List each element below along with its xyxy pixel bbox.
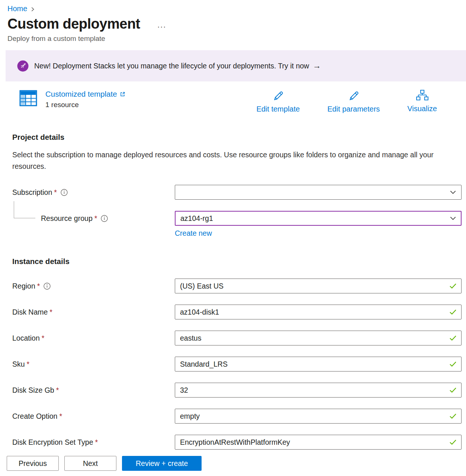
breadcrumb-home-link[interactable]: Home bbox=[7, 4, 27, 13]
checkmark-icon bbox=[449, 361, 457, 367]
field-row-disk-encryption-set-type: Disk Encryption Set Type * bbox=[12, 435, 462, 450]
review-create-button[interactable]: Review + create bbox=[122, 456, 202, 471]
template-grid-icon bbox=[19, 90, 37, 107]
disk-size-gb-input[interactable] bbox=[175, 383, 462, 398]
project-details-description: Select the subscription to manage deploy… bbox=[12, 149, 440, 172]
disk-name-label-group: Disk Name * bbox=[12, 308, 175, 316]
arrow-right-icon[interactable]: → bbox=[313, 61, 321, 71]
required-asterisk: * bbox=[59, 412, 62, 421]
more-menu-button[interactable]: ··· bbox=[157, 22, 166, 31]
project-details-heading: Project details bbox=[12, 133, 466, 142]
subscription-combobox bbox=[175, 185, 462, 200]
required-asterisk: * bbox=[54, 188, 57, 197]
region-field bbox=[175, 279, 462, 293]
next-button[interactable]: Next bbox=[64, 456, 116, 471]
page-subtitle: Deploy from a custom template bbox=[7, 35, 466, 43]
custom-deployment-page: Home Custom deployment ··· Deploy from a… bbox=[0, 0, 466, 476]
info-icon[interactable] bbox=[61, 189, 68, 196]
subscription-select[interactable] bbox=[175, 185, 462, 200]
edit-template-label: Edit template bbox=[256, 105, 300, 113]
deployment-stacks-banner[interactable]: New! Deployment Stacks let you manage th… bbox=[6, 50, 466, 81]
create-new-link[interactable]: Create new bbox=[175, 229, 212, 237]
disk-name-input[interactable] bbox=[175, 305, 462, 319]
disk-size-gb-field bbox=[175, 383, 462, 398]
info-icon[interactable] bbox=[44, 283, 51, 290]
disk-name-label: Disk Name bbox=[12, 308, 48, 316]
sku-input[interactable] bbox=[175, 357, 462, 372]
location-field bbox=[175, 331, 462, 345]
edit-template-button[interactable]: Edit template bbox=[256, 90, 300, 113]
region-label: Region bbox=[12, 282, 35, 290]
resource-group-label: Resource group bbox=[41, 214, 93, 223]
template-info: Customized template 1 resource bbox=[45, 90, 125, 109]
page-title: Custom deployment bbox=[7, 16, 140, 32]
resource-group-select[interactable] bbox=[175, 211, 462, 226]
breadcrumb: Home bbox=[0, 0, 466, 13]
required-asterisk: * bbox=[42, 334, 45, 342]
pencil-icon bbox=[272, 90, 285, 102]
template-name: Customized template bbox=[45, 90, 117, 99]
checkmark-icon bbox=[449, 413, 457, 419]
edit-parameters-button[interactable]: Edit parameters bbox=[327, 90, 380, 113]
customized-template-link[interactable]: Customized template bbox=[45, 90, 125, 99]
checkmark-icon bbox=[449, 439, 457, 445]
region-label-group: Region * bbox=[12, 282, 175, 290]
subscription-label-group: Subscription * bbox=[12, 188, 175, 197]
disk-size-gb-label: Disk Size Gb bbox=[12, 386, 54, 395]
template-summary: Customized template 1 resource Edit temp… bbox=[0, 81, 466, 113]
required-asterisk: * bbox=[94, 214, 97, 223]
create-option-input[interactable] bbox=[175, 409, 462, 424]
visualize-button[interactable]: Visualize bbox=[407, 90, 437, 113]
sku-field bbox=[175, 357, 462, 372]
info-icon[interactable] bbox=[101, 215, 108, 222]
chevron-down-icon[interactable] bbox=[449, 189, 457, 196]
disk-size-gb-label-group: Disk Size Gb * bbox=[12, 386, 175, 395]
instance-details-heading: Instance details bbox=[12, 257, 466, 266]
checkmark-icon bbox=[449, 283, 457, 289]
create-new-row: Create new bbox=[175, 229, 466, 238]
subscription-label: Subscription bbox=[12, 188, 52, 197]
field-row-create-option: Create Option * bbox=[12, 409, 462, 424]
location-input[interactable] bbox=[175, 331, 462, 345]
sitemap-icon bbox=[415, 90, 429, 102]
visualize-label: Visualize bbox=[407, 104, 437, 113]
field-row-subscription: Subscription * bbox=[12, 185, 462, 200]
disk-encryption-set-type-label: Disk Encryption Set Type bbox=[12, 438, 93, 447]
field-row-location: Location * bbox=[12, 331, 462, 345]
field-row-region: Region * bbox=[12, 279, 462, 293]
title-row: Custom deployment ··· bbox=[7, 16, 466, 32]
required-asterisk: * bbox=[49, 308, 52, 316]
disk-encryption-set-type-field bbox=[175, 435, 462, 450]
region-input[interactable] bbox=[175, 279, 462, 293]
resource-group-label-group: Resource group * bbox=[12, 214, 175, 223]
checkmark-icon bbox=[449, 309, 457, 315]
create-option-label: Create Option bbox=[12, 412, 57, 421]
field-row-sku: Sku * bbox=[12, 357, 462, 372]
disk-encryption-set-type-label-group: Disk Encryption Set Type * bbox=[12, 438, 175, 447]
rocket-icon bbox=[17, 60, 29, 72]
field-row-resource-group: Resource group * bbox=[12, 211, 462, 226]
sku-label: Sku bbox=[12, 360, 25, 369]
field-connector-line bbox=[14, 201, 35, 218]
chevron-down-icon[interactable] bbox=[449, 215, 457, 222]
field-row-disk-name: Disk Name * bbox=[12, 305, 462, 319]
previous-button[interactable]: Previous bbox=[7, 456, 59, 471]
required-asterisk: * bbox=[56, 386, 59, 395]
required-asterisk: * bbox=[27, 360, 30, 369]
checkmark-icon bbox=[449, 335, 457, 341]
chevron-right-icon bbox=[30, 7, 35, 12]
location-label: Location bbox=[12, 334, 40, 342]
sku-label-group: Sku * bbox=[12, 360, 175, 369]
disk-encryption-set-type-input[interactable] bbox=[175, 435, 462, 450]
required-asterisk: * bbox=[95, 438, 98, 447]
external-link-icon bbox=[120, 91, 125, 97]
disk-name-field bbox=[175, 305, 462, 319]
create-option-label-group: Create Option * bbox=[12, 412, 175, 421]
template-actions: Edit template Edit parameters Visualize bbox=[256, 90, 437, 113]
field-row-disk-size-gb: Disk Size Gb * bbox=[12, 383, 462, 398]
resource-count: 1 resource bbox=[45, 101, 125, 109]
location-label-group: Location * bbox=[12, 334, 175, 342]
resource-group-combobox bbox=[175, 211, 462, 226]
wizard-footer: Previous Next Review + create bbox=[0, 451, 466, 476]
checkmark-icon bbox=[449, 387, 457, 393]
